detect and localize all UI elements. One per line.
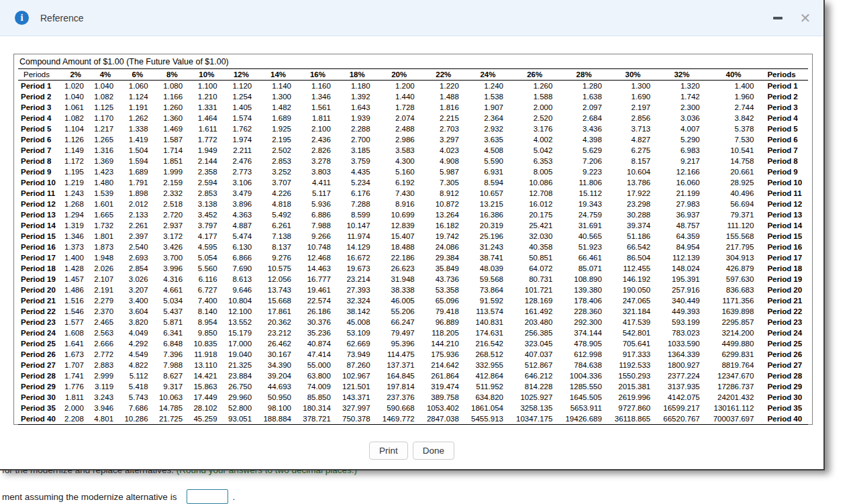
table-cell: 12.468 — [298, 252, 338, 263]
table-cell: 13.110 — [189, 360, 224, 370]
table-cell: 257.916 — [657, 285, 706, 295]
table-cell: 6.848 — [155, 338, 190, 349]
table-cell: 12.839 — [377, 220, 421, 231]
table-cell: 1.346 — [61, 231, 91, 242]
table-row: Period 201.4862.1913.2074.6616.7279.6461… — [18, 285, 808, 295]
table-row: Period 21.0401.0821.1241.1661.2101.2541.… — [18, 91, 808, 102]
table-cell: 5.492 — [258, 209, 298, 220]
table-cell: 3.436 — [559, 123, 608, 134]
table-cell: 1.488 — [421, 91, 466, 102]
row-label: Period 20 — [18, 285, 61, 295]
table-cell: 161.492 — [510, 306, 559, 317]
table-row: Period 352.0003.9467.68614.78528.10252.8… — [18, 403, 808, 413]
table-cell: 50.950 — [258, 392, 298, 403]
table-cell: 26.462 — [258, 338, 298, 349]
table-cell: 389.758 — [421, 392, 466, 403]
table-cell: 1.191 — [120, 102, 155, 113]
table-cell: 1.811 — [298, 113, 338, 123]
row-label: Period 5 — [18, 123, 61, 134]
table-cell: 5.234 — [338, 177, 377, 188]
row-label-right: Period 9 — [760, 166, 808, 177]
table-cell: 5.474 — [224, 231, 259, 242]
table-cell: 5.378 — [707, 123, 761, 134]
column-header-rate: 12% — [224, 69, 259, 81]
table-cell: 214.642 — [421, 360, 466, 370]
table-cell: 73.864 — [466, 285, 510, 295]
table-cell: 2.856 — [609, 113, 657, 123]
table-cell: 1.689 — [120, 166, 155, 177]
table-cell: 66.247 — [377, 317, 421, 327]
row-label-right: Period 7 — [760, 145, 808, 156]
table-cell: 9.276 — [258, 252, 298, 263]
table-cell: 1.714 — [155, 145, 190, 156]
table-cell: 10.657 — [466, 188, 510, 199]
table-cell: 1.873 — [91, 242, 120, 252]
table-row: Period 281.7412.9995.1128.62714.42123.88… — [18, 370, 808, 381]
table-cell: 21.725 — [155, 413, 190, 425]
table-cell: 1.166 — [155, 91, 190, 102]
table-cell: 407.037 — [510, 349, 559, 360]
table-cell: 15.179 — [224, 327, 259, 338]
print-button[interactable]: Print — [369, 442, 408, 460]
table-cell: 7.400 — [189, 295, 224, 306]
row-label: Period 16 — [18, 242, 61, 252]
table-cell: 1285.550 — [559, 381, 608, 392]
done-button[interactable]: Done — [413, 442, 454, 460]
table-cell: 79.497 — [377, 327, 421, 338]
table-cell: 1.587 — [155, 134, 190, 145]
table-cell: 5.871 — [155, 317, 190, 327]
row-label-right: Period 5 — [760, 123, 808, 134]
table-cell: 9727.860 — [609, 403, 657, 413]
table-cell: 26.623 — [377, 263, 421, 274]
table-cell: 2.932 — [466, 123, 510, 134]
table-cell: 91.592 — [466, 295, 510, 306]
table-cell: 1.400 — [707, 81, 761, 92]
column-header-rate: 18% — [338, 69, 377, 81]
table-cell: 14.463 — [298, 263, 338, 274]
table-cell: 1.419 — [120, 134, 155, 145]
table-cell: 4142.075 — [657, 392, 706, 403]
table-cell: 814.228 — [510, 381, 559, 392]
table-cell: 7.686 — [120, 403, 155, 413]
table-cell: 2.370 — [91, 306, 120, 317]
table-cell: 139.380 — [559, 285, 608, 295]
table-cell: 3.635 — [466, 134, 510, 145]
minimize-button[interactable] — [769, 9, 787, 27]
table-cell: 7.690 — [224, 263, 259, 274]
modernize-answer-input[interactable] — [187, 489, 228, 504]
table-cell: 5.987 — [421, 166, 466, 177]
table-cell: 3.583 — [377, 145, 421, 156]
table-cell: 2.520 — [510, 113, 559, 123]
table-cell: 39.374 — [609, 220, 657, 231]
table-cell: 1.546 — [61, 306, 91, 317]
table-cell: 1861.054 — [466, 403, 510, 413]
table-row: Period 181.4282.0262.8543.9965.5607.6901… — [18, 263, 808, 274]
table-cell: 10.872 — [421, 199, 466, 209]
column-header-rate: 16% — [298, 69, 338, 81]
table-cell: 85.071 — [559, 263, 608, 274]
table-cell: 2.364 — [466, 113, 510, 123]
table-cell: 1.482 — [258, 102, 298, 113]
table-cell: 340.449 — [657, 295, 706, 306]
table-cell: 30.376 — [298, 317, 338, 327]
table-cell: 1025.927 — [510, 392, 559, 403]
row-label-right: Period 25 — [760, 338, 808, 349]
table-cell: 1.673 — [61, 349, 91, 360]
table-cell: 113.574 — [466, 306, 510, 317]
table-cell: 1800.927 — [657, 360, 706, 370]
row-label: Period 15 — [18, 231, 61, 242]
table-cell: 1.741 — [61, 370, 91, 381]
table-cell: 1.772 — [189, 134, 224, 145]
table-cell: 1.260 — [155, 102, 190, 113]
table-cell: 2.358 — [189, 166, 224, 177]
table-cell: 203.480 — [510, 317, 559, 327]
table-cell: 10.575 — [258, 263, 298, 274]
close-button[interactable]: ✕ — [797, 9, 814, 27]
row-label: Period 6 — [18, 134, 61, 145]
table-cell: 2.215 — [421, 113, 466, 123]
table-cell: 1.240 — [466, 81, 510, 92]
table-cell: 19.673 — [338, 263, 377, 274]
row-label: Period 26 — [18, 349, 61, 360]
table-cell: 65.096 — [421, 295, 466, 306]
table-cell: 1.160 — [298, 81, 338, 92]
